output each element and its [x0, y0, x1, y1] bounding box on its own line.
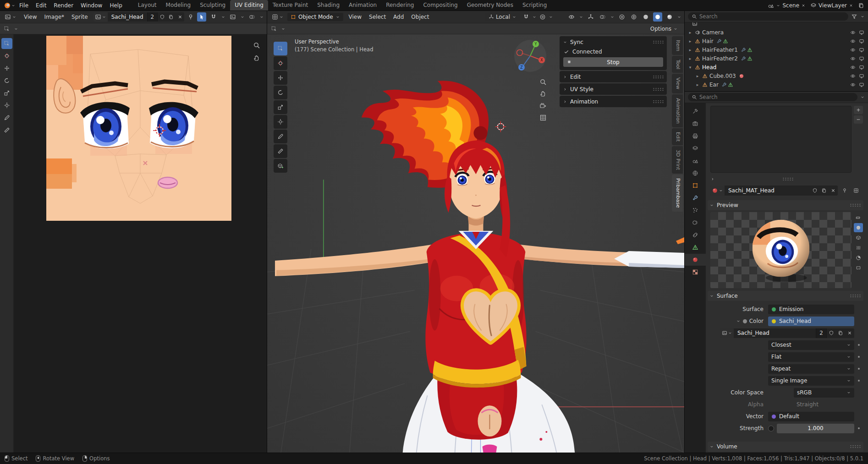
transform-tool[interactable]: [274, 115, 287, 129]
chevron-down-icon[interactable]: [221, 15, 225, 19]
properties-tab-particles[interactable]: [688, 204, 703, 216]
tweak-arrow-button[interactable]: [197, 12, 206, 22]
mode-selector[interactable]: Object Mode: [287, 13, 343, 21]
disable-viewport-icon[interactable]: [859, 82, 864, 87]
disable-viewport-icon[interactable]: [859, 47, 864, 53]
workspace-tab-uv-editing[interactable]: UV Editing: [230, 0, 268, 11]
decorator[interactable]: [854, 427, 863, 429]
outliner-search[interactable]: [688, 12, 848, 21]
nodes-toggle-button[interactable]: [852, 186, 861, 195]
select-box-tool[interactable]: [1, 38, 12, 49]
move-tool[interactable]: [274, 71, 287, 85]
cursor-tool[interactable]: [1, 50, 12, 61]
decorator[interactable]: [854, 368, 863, 370]
workspace-tab-shading[interactable]: Shading: [313, 0, 344, 11]
outliner-row-hairfeather1[interactable]: ▸HairFeather1: [685, 45, 868, 54]
outliner-row-ear[interactable]: ▸Ear: [685, 80, 868, 89]
color-space-dropdown[interactable]: sRGB: [794, 388, 854, 398]
viewport-canvas[interactable]: User Perspective (177) Scene Collection …: [267, 34, 684, 453]
overlays-button[interactable]: [598, 12, 607, 22]
chevron-down-icon[interactable]: [677, 15, 681, 19]
rotate-tool[interactable]: [274, 86, 287, 99]
outliner-row-hairfeather2[interactable]: ▸HairFeather2: [685, 54, 868, 63]
menu-file[interactable]: File: [16, 1, 32, 10]
hide-viewport-icon[interactable]: [850, 56, 856, 61]
workspace-tab-texture-paint[interactable]: Texture Paint: [268, 0, 313, 11]
measure-tool[interactable]: [274, 144, 287, 158]
source-dropdown[interactable]: Single Image: [768, 376, 854, 386]
preview-type-hair[interactable]: [854, 243, 863, 252]
editor-type-button[interactable]: [3, 13, 18, 21]
extension-dropdown[interactable]: Repeat: [768, 364, 854, 374]
interpolation-dropdown[interactable]: Closest: [768, 340, 854, 350]
expander-icon[interactable]: ▸: [687, 30, 693, 35]
workspace-tab-rendering[interactable]: Rendering: [381, 0, 418, 11]
properties-tab-object[interactable]: [688, 180, 703, 191]
preview-type-shaderball[interactable]: [854, 253, 863, 262]
visibility-button[interactable]: [567, 12, 576, 22]
menu-render[interactable]: Render: [50, 1, 77, 10]
add-cube-tool[interactable]: [274, 159, 287, 173]
properties-tab-world[interactable]: [688, 167, 703, 179]
projection-dropdown[interactable]: Flat: [768, 352, 854, 362]
shading-solid-button[interactable]: [641, 12, 650, 22]
chevron-down-icon[interactable]: [532, 15, 537, 19]
outliner-row-head[interactable]: ▾Head: [685, 63, 868, 71]
disable-viewport-icon[interactable]: [859, 30, 864, 35]
transform-tool[interactable]: [1, 100, 12, 111]
disable-viewport-icon[interactable]: [859, 65, 864, 70]
active-tool-icon[interactable]: [271, 26, 277, 32]
filter-icon[interactable]: [851, 13, 857, 20]
new-material-icon[interactable]: [821, 188, 827, 193]
expander-icon[interactable]: ▸: [687, 39, 693, 44]
disable-viewport-icon[interactable]: [859, 38, 864, 44]
expander-icon[interactable]: ▸: [695, 82, 700, 87]
vector-button[interactable]: Default: [768, 412, 854, 421]
workspace-tab-sculpting[interactable]: Sculpting: [195, 0, 230, 11]
properties-tab-object-data[interactable]: [688, 241, 703, 253]
chevron-down-icon[interactable]: [549, 15, 553, 19]
overlays-button[interactable]: [247, 12, 257, 22]
surface-shader-button[interactable]: Emission: [768, 305, 854, 314]
new-scene-icon[interactable]: [858, 2, 864, 9]
scene-selector[interactable]: Scene: [768, 2, 806, 9]
sidebar-section-header-animation[interactable]: Animation: [563, 97, 664, 106]
chevron-down-icon[interactable]: [240, 15, 245, 19]
move-tool[interactable]: [1, 63, 12, 74]
stop-sync-button[interactable]: Stop: [563, 57, 663, 67]
unlink-icon[interactable]: [177, 14, 183, 20]
decorator[interactable]: [854, 380, 863, 382]
workspace-tab-compositing[interactable]: Compositing: [418, 0, 462, 11]
hide-viewport-icon[interactable]: [850, 30, 856, 35]
annotate-tool[interactable]: [1, 112, 12, 123]
new-image-button[interactable]: [836, 328, 845, 338]
workspace-tab-modeling[interactable]: Modeling: [161, 0, 196, 11]
chevron-down-icon[interactable]: [259, 15, 264, 19]
expander-icon[interactable]: ▸: [687, 48, 693, 52]
expander-icon[interactable]: ▾: [687, 65, 693, 70]
outliner-row-camera[interactable]: ▸Camera: [685, 28, 868, 37]
options-dropdown[interactable]: Options: [648, 25, 681, 33]
fake-user-button[interactable]: [827, 328, 836, 338]
viewport-menu-view[interactable]: View: [345, 13, 365, 21]
properties-tab-tool[interactable]: [688, 105, 703, 117]
uv-image-datablock[interactable]: Sachi_Head 2: [93, 12, 185, 22]
menu-help[interactable]: Help: [106, 1, 126, 10]
material-datablock[interactable]: Sachi_MAT_Head: [710, 186, 838, 196]
workspace-tab-animation[interactable]: Animation: [344, 0, 381, 11]
viewport-menu-add[interactable]: Add: [390, 13, 407, 21]
unlink-button[interactable]: [845, 328, 854, 338]
chevron-down-icon[interactable]: [860, 14, 865, 19]
menu-window[interactable]: Window: [77, 1, 106, 10]
preview-type-cloth[interactable]: [854, 263, 863, 273]
select-box-tool[interactable]: [274, 42, 287, 55]
sidebar-tab-animation[interactable]: Animation: [672, 94, 683, 127]
properties-tab-modifiers[interactable]: [688, 192, 703, 204]
uv-menu-image[interactable]: Image*: [40, 13, 68, 21]
sidebar-section-header-sync[interactable]: Sync: [563, 37, 664, 47]
fake-user-icon[interactable]: [159, 14, 165, 20]
chevron-down-icon[interactable]: [610, 15, 615, 19]
sidebar-section-header-uv-style[interactable]: UV Style: [563, 84, 664, 94]
slot-add-button[interactable]: [854, 106, 863, 114]
proportional-editing-icon[interactable]: [539, 14, 546, 20]
